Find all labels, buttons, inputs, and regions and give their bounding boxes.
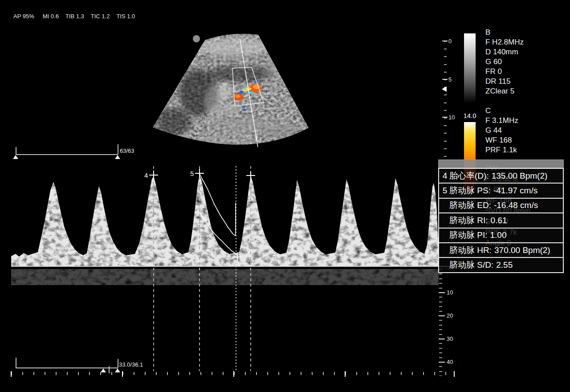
cine-bar-start-tick	[16, 147, 16, 154]
time-major-tick	[454, 371, 455, 377]
result-row-ua-ed: 脐动脉 ED: -16.48 cm/s	[438, 198, 564, 212]
cine-position-marker[interactable]	[115, 155, 120, 159]
b-mode-title: B	[485, 28, 524, 37]
time-major-tick	[345, 371, 346, 377]
status-tis: TIS 1.0	[116, 13, 135, 20]
velocity-tick-20	[439, 315, 445, 316]
depth-tick-10	[442, 117, 448, 118]
c-mode-title: C	[485, 106, 518, 116]
sweep-bar-end-tick	[118, 359, 118, 368]
cine-frame-counter: 63/63	[120, 147, 134, 154]
velocity-ruler-minor-ticks	[439, 269, 442, 376]
depth-label-10: 10	[448, 114, 455, 121]
velocity-label-30: 30	[447, 335, 453, 342]
velocity-label-10: 10	[447, 289, 453, 296]
cine-start-marker[interactable]	[13, 155, 18, 159]
caliper-5-cross[interactable]	[195, 169, 204, 178]
time-major-tick	[233, 371, 234, 377]
depth-ruler-minor-ticks	[444, 41, 447, 158]
sweep-bar-start-tick	[16, 358, 16, 368]
c-mode-params: C F 3.1MHz G 44 WF 168 PRF 1.1k	[485, 106, 518, 155]
status-mi: MI 0.6	[43, 13, 59, 20]
depth-tick-0	[442, 41, 448, 41]
cine-bar	[16, 154, 118, 155]
caliper-5-label: 5	[190, 170, 194, 177]
status-tic: TIC 1.2	[91, 13, 110, 20]
sweep-time-label: 33.0/36.1	[119, 361, 143, 368]
depth-label-0: 0	[448, 38, 452, 45]
result-row-ua-sd: 脐动脉 S/D: 2.55	[438, 257, 564, 273]
result-row-ua-ps: 5 脐动脉 PS: -41.97 cm/s	[438, 183, 564, 197]
ultrasound-screen: AP 95% MI 0.6 TIB 1.3 TIC 1.2 TIS 1.0	[0, 0, 570, 392]
velocity-tick-10	[439, 292, 445, 293]
results-panel-header[interactable]	[438, 159, 564, 168]
velocity-label-20: 20	[447, 312, 453, 319]
grayscale-bar	[464, 33, 476, 103]
measurement-results-panel: 4 胎心率(D): 135.00 Bpm(2) 5 脐动脉 PS: -41.97…	[438, 159, 564, 273]
status-tib: TIB 1.3	[65, 13, 84, 20]
status-ap: AP 95%	[13, 13, 34, 20]
time-major-tick	[11, 371, 12, 377]
doppler-baseline[interactable]	[11, 266, 458, 267]
caliper-4-cross[interactable]	[149, 171, 158, 180]
b-mode-sector-image	[147, 26, 322, 153]
depth-tick-5	[442, 79, 448, 80]
colorbar-scale-top-label: 14.0	[460, 112, 479, 119]
b-mode-params: B F H2.8MHz D 140mm G 60 FR 0 DR 115 ZCl…	[485, 28, 524, 96]
caliper-4-label: 4	[144, 172, 148, 179]
velocity-tick-40	[439, 362, 445, 363]
result-row-ua-pi: 脐动脉 PI: 1.00	[438, 228, 564, 242]
measure-line-4[interactable]	[153, 166, 154, 371]
orientation-marker-dot	[193, 35, 200, 42]
below-baseline-noise	[11, 269, 439, 285]
focus-marker-icon[interactable]	[442, 86, 447, 92]
velocity-label-40: 40	[447, 359, 453, 365]
result-row-ua-hr: 脐动脉 HR: 370.00 Bpm(2)	[438, 242, 564, 257]
result-row-ua-ri: 脐动脉 RI: 0.61	[438, 212, 564, 227]
acoustic-output-statusbar: AP 95% MI 0.6 TIB 1.3 TIC 1.2 TIS 1.0	[13, 13, 142, 20]
time-major-tick	[122, 371, 123, 377]
caliper-ed-cross[interactable]	[233, 253, 242, 261]
doppler-trace-envelope	[178, 167, 267, 261]
caliper-end-cross[interactable]	[246, 171, 255, 180]
cine-bar-end-tick	[118, 144, 118, 154]
result-row-fetal-hr: 4 胎心率(D): 135.00 Bpm(2)	[438, 168, 564, 183]
depth-label-5: 5	[448, 76, 452, 83]
velocity-tick-30	[439, 339, 445, 339]
